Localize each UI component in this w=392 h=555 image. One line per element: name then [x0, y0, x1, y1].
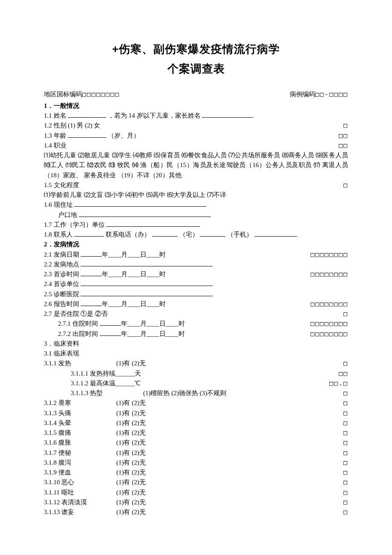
symptom-box[interactable]: □ [343, 468, 348, 477]
symptom-box[interactable]: □ [343, 477, 348, 487]
admit-year-input[interactable] [100, 325, 121, 326]
symptom-label: 3.1.3 头痛 [44, 408, 116, 418]
label: （岁、月） [108, 132, 140, 139]
phone-home-input[interactable] [200, 236, 225, 237]
symptom-row: 3.1.13 谵妄(1)有 (2)无□ [44, 507, 348, 517]
label: ，若为 14 岁以下儿童，家长姓名 [108, 112, 201, 119]
symptom-row: 3.1.3 头痛(1)有 (2)无□ [44, 408, 348, 418]
symptom-row: 3.1.2 畏寒(1)有 (2)无□ [44, 398, 348, 408]
section-3-head: 3．临床资料 [44, 339, 348, 349]
symptom-row: 3.1.1 发热(1)有 (2)无□ [44, 358, 348, 368]
case-code-label: 病例编码 [290, 91, 315, 98]
age-input[interactable] [68, 137, 106, 138]
symptom-box[interactable]: □ [343, 428, 348, 438]
symptom-row: 3.1.6 腹胀(1)有 (2)无□ [44, 438, 348, 448]
onset-location-input[interactable] [81, 266, 213, 266]
symptom-box[interactable]: □ [343, 507, 348, 517]
field-2-1: 2.1 发病日期 年____月____日____时 □□□□□□□□ [44, 250, 348, 260]
label: 2.1 发病日期 [44, 251, 79, 258]
field-1-5-options: ⑴学龄前儿童 ⑵文盲 ⑶小学 ⑷初中 ⑸高中 ⑹大学及以上 ⑺不详 [44, 190, 348, 200]
symptom-label: 3.1.9 便血 [44, 468, 116, 477]
phone-mobile-input[interactable] [254, 236, 297, 237]
name-input[interactable] [68, 117, 106, 118]
contact-name-input[interactable] [74, 236, 104, 237]
label: （宅） [179, 231, 199, 238]
symptom-box[interactable]: □ [343, 438, 348, 448]
symptom-label: 3.1.8 腹泻 [44, 458, 116, 468]
symptom-label: 3.1.1.1 发热持续______天 [71, 369, 143, 379]
hospitalized-box[interactable]: □ [343, 309, 348, 319]
field-2-7: 2.7 是否住院 ①是 ②否 □ [44, 309, 348, 319]
diagnosis-hospital-input[interactable] [81, 296, 213, 296]
first-visit-box[interactable]: □□□□□□□□ [311, 269, 348, 279]
symptom-options: (1)有 (2)无 [116, 398, 146, 408]
symptom-options: (1)稽留热 (2)驰张热 (3)不规则 [143, 388, 226, 398]
region-code-label: 地区国标编码 [44, 91, 82, 98]
admit-box[interactable]: □□□□□□□□ [311, 319, 348, 329]
work-unit-input[interactable] [106, 226, 200, 227]
onset-year-input[interactable] [81, 256, 102, 257]
field-3-1: 3.1 临床表现 [44, 349, 348, 358]
symptom-box[interactable]: □ [343, 398, 348, 408]
symptom-row: 3.1.1.2 最高体温______℃□□.□ [44, 379, 348, 388]
symptom-row: 3.1.12 表清淡漠(1)有 (2)无□ [44, 497, 348, 507]
symptom-box[interactable]: □ [343, 488, 348, 497]
field-2-7-2: 2.7.2 出院时间 年____月____日____时 □□□□□□□□ [44, 329, 348, 339]
region-code-boxes[interactable]: □□□□□□□□ [82, 90, 120, 98]
discharge-box[interactable]: □□□□□□□□ [311, 329, 348, 339]
label: 1.2 性别 (1) 男 (2) 女 [44, 121, 100, 130]
symptom-row: 3.1.7 便秘(1)有 (2)无□ [44, 448, 348, 458]
address-input[interactable] [74, 206, 206, 207]
gender-box[interactable]: □ [343, 121, 348, 130]
symptom-box[interactable]: □ [343, 418, 348, 428]
occupation-box[interactable]: □□ [339, 141, 348, 150]
label: 2.4 首诊单位 [44, 280, 79, 287]
onset-date-box[interactable]: □□□□□□□□ [311, 250, 348, 260]
guardian-name-input[interactable] [202, 117, 253, 118]
field-1-5: 1.5 文化程度 □ [44, 180, 348, 190]
symptom-label: 3.1.1 发热 [44, 358, 116, 368]
label: 1.5 文化程度 [44, 180, 79, 190]
symptom-box[interactable]: □ [343, 458, 348, 468]
hukou-input[interactable] [79, 217, 211, 217]
field-1-6b: 户口地 [44, 210, 348, 220]
label: 1.3 年龄 [44, 132, 66, 139]
label: 年____月____日____时 [121, 320, 185, 327]
label: 年____月____日____时 [121, 330, 185, 337]
report-time-box[interactable]: □□□□□□□□ [311, 299, 348, 309]
phone-office-input[interactable] [152, 236, 178, 237]
symptom-row: 3.1.1.3 热型(1)稽留热 (2)驰张热 (3)不规则□ [44, 388, 348, 398]
symptom-options: (1)有 (2)无 [116, 428, 146, 438]
symptom-box[interactable]: □□.□ [329, 379, 348, 388]
first-visit-unit-input[interactable] [81, 286, 213, 286]
symptom-box[interactable]: □ [343, 497, 348, 507]
symptom-row: 3.1.4 头晕(1)有 (2)无□ [44, 418, 348, 428]
symptom-row: 3.1.5 腹痛(1)有 (2)无□ [44, 428, 348, 438]
discharge-year-input[interactable] [100, 335, 121, 336]
code-row: 地区国标编码□□□□□□□□ 病例编码□□-□□□□ [44, 90, 348, 99]
symptom-label: 3.1.12 表清淡漠 [44, 497, 116, 507]
symptom-label: 3.1.4 头晕 [44, 418, 116, 428]
field-1-2: 1.2 性别 (1) 男 (2) 女 □ [44, 121, 348, 130]
symptom-box[interactable]: □ [343, 358, 348, 368]
symptom-box[interactable]: □□ [339, 369, 348, 379]
first-visit-year-input[interactable] [81, 276, 102, 276]
label: （手机） [227, 231, 253, 238]
field-2-7-1: 2.7.1 住院时间 年____月____日____时 □□□□□□□□ [44, 319, 348, 329]
doc-title-line1: +伤寒、副伤寒爆发疫情流行病学 [44, 40, 348, 58]
symptom-box[interactable]: □ [343, 448, 348, 458]
symptom-box[interactable]: □ [343, 388, 348, 398]
symptom-row: 3.1.8 腹泻(1)有 (2)无□ [44, 458, 348, 468]
case-code-boxes[interactable]: □□-□□□□ [315, 90, 348, 98]
symptom-row: 3.1.10 恶心(1)有 (2)无□ [44, 477, 348, 487]
education-box[interactable]: □ [343, 180, 348, 190]
symptom-row: 3.1.9 便血(1)有 (2)无□ [44, 468, 348, 477]
symptom-box[interactable]: □ [343, 408, 348, 418]
symptom-options: (1)有 (2)无 [116, 438, 146, 448]
label: 2.2 发病地点 [44, 261, 79, 268]
symptom-options: (1)有 (2)无 [116, 468, 146, 477]
age-box[interactable]: □□ [339, 131, 348, 141]
label: 年____月____日____时 [102, 301, 166, 307]
report-year-input[interactable] [81, 306, 102, 306]
field-1-3: 1.3 年龄 （岁、月） □□ [44, 131, 348, 141]
